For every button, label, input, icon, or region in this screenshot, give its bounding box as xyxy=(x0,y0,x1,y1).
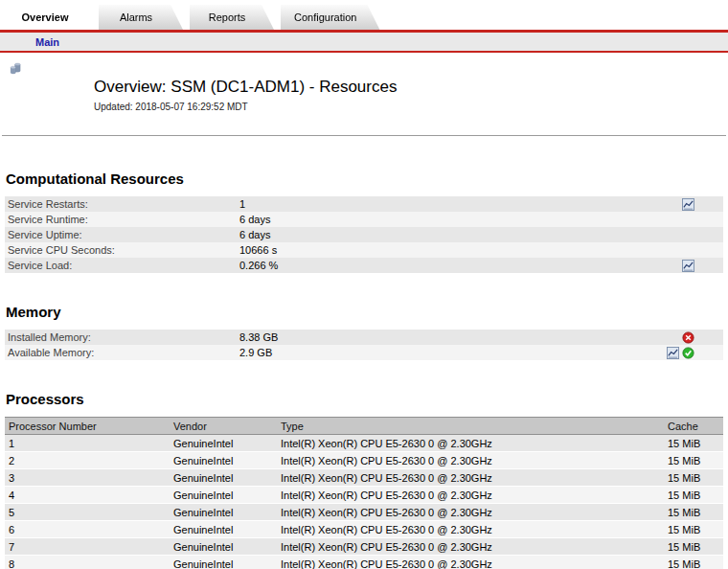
status-normal-icon xyxy=(682,347,694,359)
cell-vendor: GenuineIntel xyxy=(170,469,277,487)
cell-processor-number: 4 xyxy=(5,487,170,504)
cell-vendor: GenuineIntel xyxy=(170,521,277,538)
tab-alarms[interactable]: Alarms xyxy=(99,5,183,30)
tab-alarms-label: Alarms xyxy=(120,11,152,23)
cell-cache: 15 MiB xyxy=(664,504,723,521)
cell-cache: 15 MiB xyxy=(664,521,723,538)
cell-vendor: GenuineIntel xyxy=(170,538,277,556)
cell-type: Intel(R) Xeon(R) CPU E5-2630 0 @ 2.30GHz xyxy=(277,556,664,569)
cell-processor-number: 7 xyxy=(5,538,170,556)
cell-processor-number: 2 xyxy=(5,452,170,469)
cell-type: Intel(R) Xeon(R) CPU E5-2630 0 @ 2.30GHz xyxy=(277,521,664,538)
cell-processor-number: 6 xyxy=(5,521,170,538)
attr-row-service-cpu-seconds: Service CPU Seconds: 10666 s xyxy=(5,242,723,258)
attr-value: 0.266 % xyxy=(239,258,682,273)
alarm-icon xyxy=(682,331,694,344)
attr-label: Service CPU Seconds: xyxy=(5,242,239,258)
attr-label: Service Uptime: xyxy=(5,227,239,242)
cell-cache: 15 MiB xyxy=(664,452,723,469)
table-row: 8 GenuineIntel Intel(R) Xeon(R) CPU E5-2… xyxy=(5,556,723,569)
cell-type: Intel(R) Xeon(R) CPU E5-2630 0 @ 2.30GHz xyxy=(277,504,664,521)
attr-row-installed-memory: Installed Memory: 8.38 GB xyxy=(5,330,723,345)
attr-label: Installed Memory: xyxy=(5,330,239,345)
tab-bar: Overview Alarms Reports Configuration xyxy=(0,0,728,30)
attr-row-available-memory: Available Memory: 2.9 GB xyxy=(5,345,723,360)
cell-processor-number: 5 xyxy=(5,504,170,521)
attr-value: 10666 s xyxy=(239,242,694,258)
table-row: 3 GenuineIntel Intel(R) Xeon(R) CPU E5-2… xyxy=(5,469,723,487)
cell-type: Intel(R) Xeon(R) CPU E5-2630 0 @ 2.30GHz xyxy=(277,538,664,556)
cell-type: Intel(R) Xeon(R) CPU E5-2630 0 @ 2.30GHz xyxy=(277,469,664,487)
table-row: 4 GenuineIntel Intel(R) Xeon(R) CPU E5-2… xyxy=(5,487,723,504)
tab-configuration[interactable]: Configuration xyxy=(281,5,379,30)
tab-configuration-label: Configuration xyxy=(294,11,356,23)
cell-type: Intel(R) Xeon(R) CPU E5-2630 0 @ 2.30GHz xyxy=(277,487,664,504)
attr-label: Service Load: xyxy=(5,258,239,273)
processors-header-row: Processor Number Vendor Type Cache xyxy=(5,418,723,435)
cell-type: Intel(R) Xeon(R) CPU E5-2630 0 @ 2.30GHz xyxy=(277,452,664,469)
attr-value: 1 xyxy=(239,196,682,212)
breadcrumb-main-link[interactable]: Main xyxy=(35,36,59,48)
table-row: 1 GenuineIntel Intel(R) Xeon(R) CPU E5-2… xyxy=(5,435,723,452)
section-title-computational: Computational Resources xyxy=(6,171,728,187)
cell-processor-number: 3 xyxy=(5,469,170,487)
table-row: 6 GenuineIntel Intel(R) Xeon(R) CPU E5-2… xyxy=(5,521,723,538)
attr-row-service-runtime: Service Runtime: 6 days xyxy=(5,212,723,227)
section-title-memory: Memory xyxy=(6,304,728,320)
tab-overview[interactable]: Overview xyxy=(8,5,92,30)
table-row: 5 GenuineIntel Intel(R) Xeon(R) CPU E5-2… xyxy=(5,504,723,521)
column-header-processor-number: Processor Number xyxy=(5,418,170,435)
cell-vendor: GenuineIntel xyxy=(170,435,277,452)
storage-cylinders-icon xyxy=(10,62,79,127)
attr-value: 2.9 GB xyxy=(239,345,667,360)
column-header-type: Type xyxy=(277,418,664,435)
computational-table: Service Restarts: 1 Service Runtime: 6 d… xyxy=(5,196,723,273)
cell-cache: 15 MiB xyxy=(664,469,723,487)
cell-type: Intel(R) Xeon(R) CPU E5-2630 0 @ 2.30GHz xyxy=(277,435,664,452)
attr-value: 6 days xyxy=(239,227,694,242)
tab-reports-label: Reports xyxy=(209,11,246,23)
attr-row-service-load: Service Load: 0.266 % xyxy=(5,258,723,273)
attr-value: 8.38 GB xyxy=(239,330,682,345)
page-title: Overview: SSM (DC1-ADM1) - Resources xyxy=(94,78,397,97)
cell-cache: 15 MiB xyxy=(664,538,723,556)
updated-timestamp: Updated: 2018-05-07 16:29:52 MDT xyxy=(94,102,397,112)
cell-cache: 15 MiB xyxy=(664,556,723,569)
memory-table: Installed Memory: 8.38 GB Available Memo… xyxy=(5,330,723,360)
attr-label: Service Runtime: xyxy=(5,212,239,227)
cell-processor-number: 1 xyxy=(5,435,170,452)
cell-vendor: GenuineIntel xyxy=(170,504,277,521)
breadcrumb-bar: Main xyxy=(0,33,728,53)
attr-label: Service Restarts: xyxy=(5,196,239,212)
column-header-cache: Cache xyxy=(664,418,723,435)
header-text: Overview: SSM (DC1-ADM1) - Resources Upd… xyxy=(94,62,397,127)
cell-cache: 15 MiB xyxy=(664,487,723,504)
processors-table: Processor Number Vendor Type Cache 1 Gen… xyxy=(5,417,723,569)
attr-row-service-uptime: Service Uptime: 6 days xyxy=(5,227,723,242)
table-row: 7 GenuineIntel Intel(R) Xeon(R) CPU E5-2… xyxy=(5,538,723,556)
cell-processor-number: 8 xyxy=(5,556,170,569)
chart-icon[interactable] xyxy=(682,260,694,272)
cell-vendor: GenuineIntel xyxy=(170,487,277,504)
page-header: Overview: SSM (DC1-ADM1) - Resources Upd… xyxy=(0,53,728,131)
table-row: 2 GenuineIntel Intel(R) Xeon(R) CPU E5-2… xyxy=(5,452,723,469)
cell-vendor: GenuineIntel xyxy=(170,556,277,569)
attr-value: 6 days xyxy=(239,212,694,227)
cell-cache: 15 MiB xyxy=(664,435,723,452)
tab-overview-label: Overview xyxy=(22,11,69,23)
chart-icon[interactable] xyxy=(667,347,679,359)
page: Overview Alarms Reports Configuration Ma… xyxy=(0,0,728,569)
cell-vendor: GenuineIntel xyxy=(170,452,277,469)
chart-icon[interactable] xyxy=(682,198,694,211)
tab-reports[interactable]: Reports xyxy=(190,5,274,30)
header-divider xyxy=(2,135,726,136)
column-header-vendor: Vendor xyxy=(170,418,277,435)
attr-label: Available Memory: xyxy=(5,345,239,360)
section-title-processors: Processors xyxy=(6,391,728,407)
attr-row-service-restarts: Service Restarts: 1 xyxy=(5,196,723,212)
